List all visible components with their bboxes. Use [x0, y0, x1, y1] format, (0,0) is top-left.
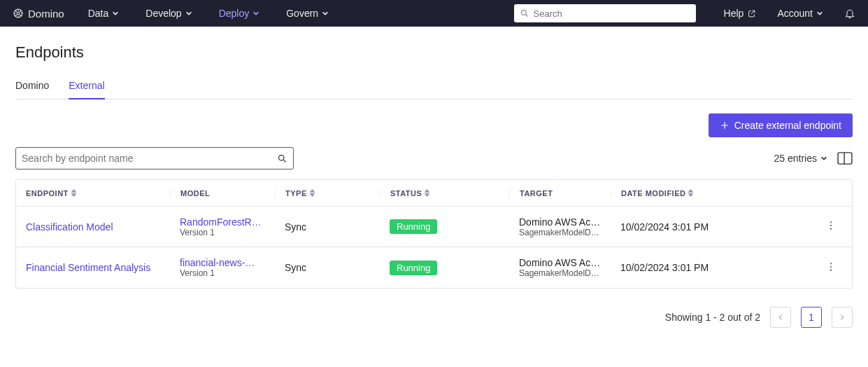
chevron-down-icon [185, 10, 192, 17]
entries-selector[interactable]: 25 entries [774, 153, 827, 164]
svg-point-10 [830, 269, 832, 270]
pagination-summary: Showing 1 - 2 out of 2 [665, 312, 760, 323]
endpoints-table: ENDPOINT MODEL TYPE STATUS [15, 179, 853, 289]
col-model: MODEL [170, 189, 275, 198]
nav-govern[interactable]: Govern [286, 8, 329, 19]
col-model-label: MODEL [180, 189, 210, 198]
status-badge: Running [390, 261, 437, 275]
brand-logo[interactable]: Domino [13, 8, 64, 20]
model-link[interactable]: RandomForestR… [180, 216, 264, 228]
col-type-label: TYPE [285, 189, 307, 198]
target-sub: SagemakerModelDe… [519, 228, 601, 237]
endpoint-search[interactable] [15, 147, 294, 169]
col-target-label: TARGET [520, 189, 553, 198]
create-button-label: Create external endpoint [734, 120, 841, 131]
svg-point-3 [279, 155, 285, 160]
svg-point-1 [17, 12, 19, 14]
chevron-down-icon [820, 155, 827, 162]
sort-icon [71, 189, 76, 197]
svg-point-6 [830, 225, 832, 226]
create-external-endpoint-button[interactable]: Create external endpoint [709, 113, 853, 137]
pagination-next[interactable] [832, 307, 853, 328]
tab-external[interactable]: External [69, 76, 104, 99]
chevron-right-icon [839, 314, 846, 321]
nav-deploy[interactable]: Deploy [219, 8, 260, 19]
col-type[interactable]: TYPE [275, 189, 380, 198]
notifications-icon[interactable] [844, 8, 855, 19]
search-icon [520, 8, 529, 18]
sort-icon [425, 189, 429, 197]
chevron-down-icon [252, 10, 259, 17]
account-menu[interactable]: Account [777, 8, 823, 19]
endpoint-link[interactable]: Classification Model [26, 221, 113, 233]
row-actions-icon[interactable] [825, 220, 837, 231]
target-main: Domino AWS Acc… [519, 216, 601, 228]
help-label: Help [724, 8, 744, 19]
type-cell: Sync [275, 221, 380, 233]
endpoint-link[interactable]: Financial Sentiment Analysis [26, 262, 150, 273]
chevron-down-icon [112, 10, 119, 17]
brand-label: Domino [28, 8, 64, 20]
svg-rect-4 [838, 153, 852, 164]
chevron-down-icon [816, 10, 823, 17]
pagination-prev[interactable] [770, 307, 791, 328]
svg-point-2 [521, 10, 526, 15]
search-icon [277, 153, 287, 164]
chevron-down-icon [322, 10, 329, 17]
target-sub: SagemakerModelDe… [519, 268, 601, 278]
model-version: Version 1 [180, 228, 265, 237]
col-target: TARGET [509, 189, 611, 198]
entries-selector-label: 25 entries [774, 153, 817, 164]
help-link[interactable]: Help [724, 8, 757, 19]
domino-logo-icon [13, 8, 24, 19]
table-row: Classification Model RandomForestR… Vers… [16, 207, 852, 247]
plus-icon [720, 120, 730, 130]
date-modified-cell: 10/02/2024 3:01 PM [611, 221, 806, 233]
svg-point-7 [830, 228, 832, 230]
account-label: Account [777, 8, 813, 19]
col-status[interactable]: STATUS [380, 189, 509, 198]
nav-data[interactable]: Data [88, 8, 120, 19]
svg-point-8 [830, 263, 832, 264]
table-header: ENDPOINT MODEL TYPE STATUS [16, 180, 852, 207]
nav-data-label: Data [88, 8, 109, 19]
col-date-modified-label: DATE MODIFIED [621, 189, 685, 198]
svg-point-9 [830, 265, 832, 267]
global-search-input[interactable] [534, 8, 690, 19]
chevron-left-icon [777, 314, 784, 321]
model-version: Version 1 [180, 268, 265, 278]
table-row: Financial Sentiment Analysis financial-n… [16, 247, 852, 288]
col-status-label: STATUS [390, 189, 422, 198]
col-date-modified[interactable]: DATE MODIFIED [611, 189, 806, 198]
type-cell: Sync [275, 262, 380, 273]
endpoint-search-input[interactable] [22, 153, 277, 164]
page-title: Endpoints [15, 43, 853, 62]
status-badge: Running [390, 219, 437, 234]
col-endpoint[interactable]: ENDPOINT [16, 189, 170, 198]
tab-domino[interactable]: Domino [15, 76, 49, 99]
nav-govern-label: Govern [286, 8, 318, 19]
global-search[interactable] [514, 4, 696, 22]
col-endpoint-label: ENDPOINT [26, 189, 69, 198]
svg-point-5 [830, 221, 832, 223]
target-main: Domino AWS Acc… [519, 257, 601, 268]
sort-icon [310, 189, 315, 197]
nav-develop-label: Develop [145, 8, 181, 19]
nav-develop[interactable]: Develop [145, 8, 192, 19]
date-modified-cell: 10/02/2024 3:01 PM [611, 262, 806, 273]
pagination-page-1[interactable]: 1 [801, 307, 822, 328]
row-actions-icon[interactable] [825, 261, 837, 272]
columns-icon[interactable] [837, 152, 853, 165]
sort-icon [688, 189, 693, 197]
nav-deploy-label: Deploy [219, 8, 250, 19]
external-link-icon [747, 9, 756, 18]
model-link[interactable]: financial-news-… [180, 257, 264, 268]
